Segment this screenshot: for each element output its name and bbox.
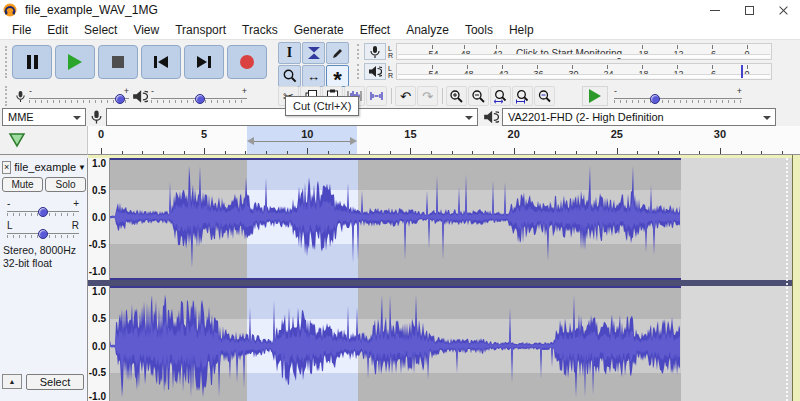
track-menu-arrow-icon[interactable]: ▼ [78,163,86,172]
meter-l-label: L [388,45,393,52]
play-meter-button[interactable] [364,63,386,80]
tooltip-text: Cut (Ctrl+X) [293,100,351,112]
selection-tool-button[interactable]: I [278,42,301,64]
playback-volume-thumb[interactable] [195,94,205,104]
skip-to-start-button[interactable] [141,45,181,79]
menu-help[interactable]: Help [501,21,542,39]
mute-button[interactable]: Mute [2,177,43,192]
quick-play-arrow-right[interactable] [350,137,357,145]
fit-project-icon [515,89,530,104]
stop-icon [112,56,124,68]
zoom-out-button[interactable] [468,86,489,106]
timeline-label: 10 [301,128,313,140]
redo-icon: ↷ [422,89,433,104]
audio-host-combo[interactable]: MME [2,108,86,126]
playback-device-combo[interactable]: VA2201-FHD (2- High Definition [502,108,776,126]
track-resize-edge[interactable] [786,158,788,401]
menu-view[interactable]: View [125,21,167,39]
recording-volume-slider[interactable]: - + [29,87,129,105]
minimize-icon [710,10,720,11]
monitor-playhead-icon [8,132,26,148]
menu-effect[interactable]: Effect [352,21,398,39]
transport-toolbar [2,42,276,82]
play-speed-slider[interactable]: - + [614,87,742,105]
slider-min-label: - [614,86,617,96]
envelope-tool-button[interactable] [302,42,325,64]
toolbar-grip[interactable] [5,46,9,78]
play-speed-thumb[interactable] [650,94,660,104]
timeline-label: 15 [404,128,416,140]
timeline-ruler[interactable]: 051015202530 [88,126,800,155]
menu-file[interactable]: File [4,21,39,39]
skip-to-end-button[interactable] [184,45,224,79]
redo-button[interactable]: ↷ [417,86,438,106]
recording-meter[interactable]: -54-48-42-18-12-60Click to Start Monitor… [396,43,772,60]
playback-volume-slider[interactable]: - + [151,87,247,105]
menu-edit[interactable]: Edit [39,21,76,39]
select-track-button[interactable]: Select [26,374,84,390]
menu-select[interactable]: Select [76,21,125,39]
record-meter-button[interactable] [364,43,386,60]
fit-project-button[interactable] [512,86,533,106]
quick-play-arrow-left[interactable] [247,137,254,145]
slider-max-label: + [737,86,742,96]
audio-host-value: MME [8,111,34,123]
meter-peak-indicator [741,65,743,78]
timeline-label: 0 [98,128,104,140]
scale-label: 1.0 [92,158,106,169]
menu-tracks[interactable]: Tracks [234,21,286,39]
mic-icon [369,45,381,59]
pinned-playhead-button[interactable] [6,130,28,150]
toolbar-grip[interactable] [357,64,361,79]
zoom-out-icon [471,89,486,104]
scale-label: -1.0 [89,266,106,277]
pencil-icon [330,46,345,61]
waveform-channel-left[interactable] [110,158,793,280]
i-beam-icon: I [287,45,292,61]
quick-play-bar[interactable] [249,141,354,142]
menu-transport[interactable]: Transport [167,21,234,39]
track-name[interactable]: file_example [14,161,76,173]
stop-button[interactable] [98,45,138,79]
menu-generate[interactable]: Generate [286,21,352,39]
play-at-speed-button[interactable] [582,86,608,106]
track-control-panel: × file_example ▼ Mute Solo - + L R Stere… [0,158,88,401]
collapse-track-button[interactable]: ▲ [2,374,22,389]
scale-label: 0.0 [92,212,106,223]
toolbar-separator [391,88,392,104]
device-toolbar: MME VA2201-FHD (2- High Definition [0,108,800,128]
maximize-button[interactable] [732,0,766,20]
draw-tool-button[interactable] [326,42,349,64]
menu-analyze[interactable]: Analyze [398,21,457,39]
undo-button[interactable]: ↶ [395,86,416,106]
pan-thumb[interactable] [38,229,48,239]
toolbar-grip[interactable] [357,44,361,59]
track-close-button[interactable]: × [2,161,11,174]
waveform-channel-right[interactable] [110,286,793,401]
waveform-right [110,288,681,401]
gain-thumb[interactable] [38,207,48,217]
minimize-button[interactable] [698,0,732,20]
empty-track-area[interactable] [681,158,793,280]
mixer-toolbar: - + - + [2,84,264,108]
record-button[interactable] [227,45,267,79]
zoom-in-button[interactable] [446,86,467,106]
playback-meter[interactable]: -54-48-42-36-30-24-18-12-60 [396,63,772,80]
pause-button[interactable] [12,45,52,79]
mic-icon [90,109,103,125]
silence-audio-icon [369,89,384,103]
speaker-icon [483,109,499,125]
pan-left-label: L [7,220,13,231]
toolbar-grip[interactable] [5,86,9,105]
empty-track-area[interactable] [681,286,793,401]
fit-selection-button[interactable] [490,86,511,106]
cut-tooltip: Cut (Ctrl+X) [285,96,359,116]
recording-volume-thumb[interactable] [115,94,125,104]
menu-tools[interactable]: Tools [457,21,501,39]
zoom-toggle-button[interactable] [534,86,555,106]
solo-button[interactable]: Solo [45,177,86,192]
close-button[interactable] [766,0,800,20]
play-at-speed-toolbar: - + [582,84,746,108]
silence-selection-button[interactable] [366,86,387,106]
play-button[interactable] [55,45,95,79]
